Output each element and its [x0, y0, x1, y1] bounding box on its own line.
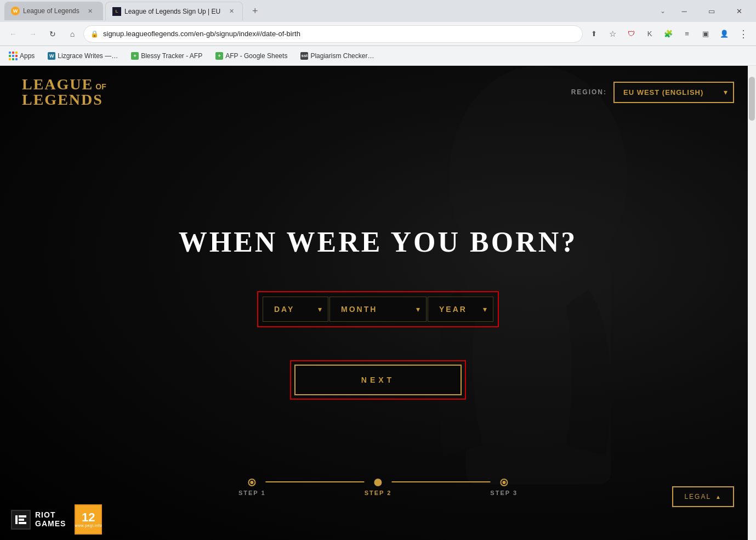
- afp-favicon: +: [215, 52, 223, 60]
- next-button-wrapper: NEXT: [290, 360, 466, 400]
- bookmark-apps-label: Apps: [20, 52, 35, 60]
- bookmark-lizgrace[interactable]: W Lizgrace Writes —…: [43, 50, 122, 62]
- year-select-wrapper: YEAR for(let y=2024;y>=1900;y--) documen…: [428, 297, 493, 322]
- day-select[interactable]: DAY for(let i=1;i<=31;i++) document.writ…: [263, 297, 328, 322]
- browser-frame: W League of Legends ✕ L League of Legend…: [0, 0, 756, 540]
- tab2-close[interactable]: ✕: [227, 7, 236, 16]
- riot-icon: [11, 510, 31, 530]
- step-3-dot-inner: [502, 481, 505, 484]
- bookmark-afp-label: AFP - Google Sheets: [225, 52, 287, 60]
- tab1-favicon: W: [11, 7, 20, 15]
- month-select-wrapper: MONTH JANUARY FEBRUARY MARCH APRIL MAY J…: [329, 297, 427, 322]
- pegi-label: www.pegi.info: [75, 524, 103, 527]
- tab2-favicon: L: [112, 7, 121, 16]
- step-1-dot: [248, 479, 256, 486]
- more-options-button[interactable]: ⋮: [734, 25, 752, 43]
- step-3: STEP 3: [490, 479, 518, 496]
- toolbar-icons: ⬆ ☆ 🛡 K 🧩 ≡ ▣ 👤 ⋮: [585, 25, 752, 43]
- next-button[interactable]: NEXT: [294, 365, 462, 395]
- pegi-number: 12: [82, 511, 95, 524]
- blessy-favicon: +: [131, 52, 139, 60]
- page-heading: WHEN WERE YOU BORN?: [179, 226, 578, 258]
- logo-legends: LEGENDS: [22, 92, 106, 107]
- riot-line2: GAMES: [35, 520, 66, 528]
- scrollbar-thumb[interactable]: [749, 77, 755, 121]
- svg-rect-2: [15, 515, 18, 524]
- riot-text: RIOT GAMES: [35, 511, 66, 528]
- step-2-label: STEP 2: [365, 490, 392, 496]
- step-2: STEP 2: [365, 479, 392, 496]
- lol-footer: RIOT GAMES 12 www.pegi.info: [0, 499, 113, 540]
- month-select[interactable]: MONTH JANUARY FEBRUARY MARCH APRIL MAY J…: [329, 297, 427, 322]
- year-select[interactable]: YEAR for(let y=2024;y>=1900;y--) documen…: [428, 297, 493, 322]
- webpage: LEAGUE OF LEGENDS REGION: EU WEST (ENGLI…: [0, 66, 756, 540]
- window-controls: ⌄ ─ ▭ ✕: [656, 2, 752, 20]
- user-avatar[interactable]: 👤: [715, 25, 733, 43]
- step-3-label: STEP 3: [490, 490, 518, 496]
- step-1-dot-inner: [251, 481, 254, 484]
- close-button[interactable]: ✕: [726, 2, 752, 20]
- legal-arrow-icon: ▲: [715, 494, 722, 500]
- address-text: signup.leagueoflegends.com/en-gb/signup/…: [103, 30, 576, 38]
- step-2-dot: [374, 479, 382, 486]
- bookmark-blessy[interactable]: + Blessy Tracker - AFP: [127, 50, 207, 62]
- tab1-label: League of Legends: [23, 7, 79, 15]
- new-tab-button[interactable]: +: [247, 3, 263, 19]
- riot-logo: RIOT GAMES: [11, 510, 66, 530]
- minimize-button[interactable]: ─: [672, 2, 697, 20]
- scrollbar[interactable]: [748, 66, 756, 540]
- region-dropdown[interactable]: EU WEST (ENGLISH) NA (ENGLISH) EU NORDIC…: [613, 82, 734, 103]
- lol-logo: LEAGUE OF LEGENDS: [22, 77, 106, 107]
- bookmark-lizgrace-label: Lizgrace Writes —…: [58, 52, 118, 60]
- tab-active[interactable]: L League of Legends Sign Up | EU ✕: [105, 2, 243, 20]
- toolbar: ← → ↻ ⌂ 🔒 signup.leagueoflegends.com/en-…: [0, 22, 756, 46]
- tab-list-chevron[interactable]: ⌄: [656, 4, 669, 18]
- step-line-2: [391, 481, 490, 482]
- step-1-label: STEP 1: [238, 490, 266, 496]
- svg-rect-4: [19, 519, 24, 521]
- pegi-badge: 12 www.pegi.info: [75, 504, 102, 535]
- step-1: STEP 1: [238, 479, 266, 496]
- tab1-close[interactable]: ✕: [86, 7, 95, 15]
- title-bar: W League of Legends ✕ L League of Legend…: [0, 0, 756, 22]
- region-label: REGION:: [571, 88, 607, 96]
- main-content: WHEN WERE YOU BORN? DAY for(let i=1;i<=3…: [0, 118, 756, 540]
- steps-container: STEP 1 STEP 2 STEP 3: [238, 479, 518, 496]
- tab-audio-icon[interactable]: ≡: [678, 25, 696, 43]
- reading-mode-icon[interactable]: ▣: [697, 25, 714, 43]
- reload-button[interactable]: ↻: [44, 25, 61, 43]
- maximize-button[interactable]: ▭: [699, 2, 724, 20]
- svg-rect-5: [19, 522, 26, 524]
- lock-icon: 🔒: [90, 30, 99, 38]
- svg-rect-3: [19, 515, 26, 518]
- day-select-wrapper: DAY for(let i=1;i<=31;i++) document.writ…: [263, 297, 328, 322]
- sst-favicon: sst: [300, 52, 308, 60]
- region-wrapper: EU WEST (ENGLISH) NA (ENGLISH) EU NORDIC…: [613, 82, 734, 103]
- riot-line1: RIOT: [35, 511, 66, 519]
- home-button[interactable]: ⌂: [64, 25, 81, 43]
- forward-button[interactable]: →: [24, 25, 42, 43]
- bookmark-afp[interactable]: + AFP - Google Sheets: [211, 50, 292, 62]
- tab-inactive[interactable]: W League of Legends ✕: [4, 2, 103, 20]
- address-bar[interactable]: 🔒 signup.leagueoflegends.com/en-gb/signu…: [83, 25, 583, 43]
- back-button[interactable]: ←: [4, 25, 22, 43]
- wp-favicon: W: [48, 52, 55, 60]
- bookmark-star-icon[interactable]: ☆: [604, 25, 621, 43]
- region-selector: REGION: EU WEST (ENGLISH) NA (ENGLISH) E…: [571, 82, 734, 103]
- bookmarks-bar: Apps W Lizgrace Writes —… + Blessy Track…: [0, 46, 756, 66]
- bookmark-plagiarism[interactable]: sst Plagiarism Checker…: [296, 50, 378, 62]
- legal-button[interactable]: LEGAL ▲: [672, 486, 734, 507]
- apps-grid-icon: [9, 52, 18, 60]
- extension-icon[interactable]: 🧩: [660, 25, 677, 43]
- riot-icon-svg: [14, 513, 27, 526]
- step-line-1: [266, 481, 365, 482]
- shield-icon[interactable]: 🛡: [622, 25, 640, 43]
- lol-header: LEAGUE OF LEGENDS REGION: EU WEST (ENGLI…: [0, 66, 756, 118]
- profile-icon[interactable]: K: [641, 25, 658, 43]
- logo-league: LEAGUE: [22, 77, 93, 92]
- bookmark-apps[interactable]: Apps: [4, 49, 39, 62]
- legal-button-label: LEGAL: [684, 493, 711, 501]
- tab2-label: League of Legends Sign Up | EU: [124, 8, 220, 15]
- share-icon[interactable]: ⬆: [585, 25, 602, 43]
- dob-container: DAY for(let i=1;i<=31;i++) document.writ…: [257, 291, 499, 327]
